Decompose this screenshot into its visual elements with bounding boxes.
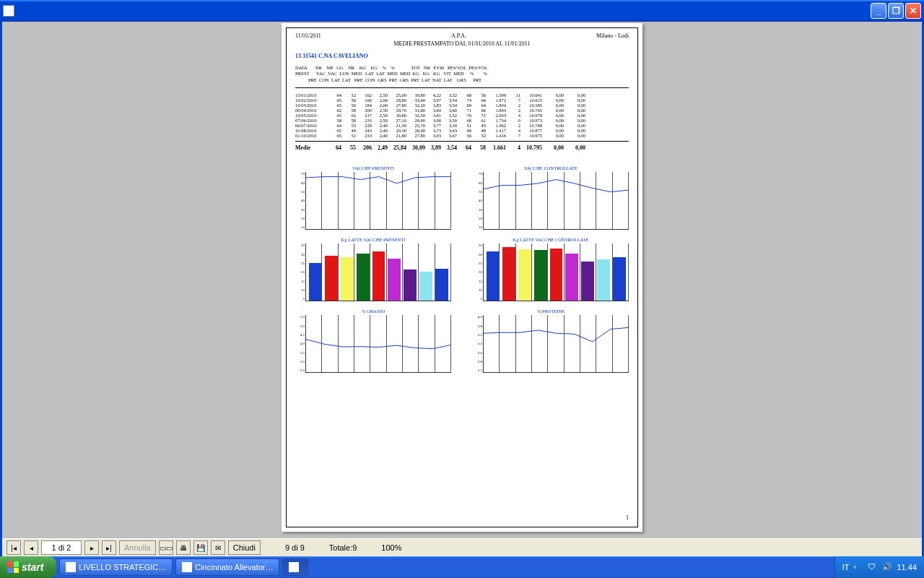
- taskbar: start LIVELLO STRATEGIC… Cincinnato Alle…: [0, 556, 924, 578]
- next-page-button[interactable]: ▸: [84, 540, 99, 555]
- taskbar-item-label: LIVELLO STRATEGIC…: [79, 563, 166, 571]
- chart-plot: 3530252015105: [483, 243, 629, 301]
- first-page-button[interactable]: |◂: [6, 540, 21, 555]
- charts-grid: VACCHE PRESENTI70605040302010VACCHE CONT…: [295, 165, 629, 373]
- chart: VACCHE PRESENTI70605040302010: [295, 165, 451, 230]
- tray-chevron-icon[interactable]: ‹: [853, 562, 863, 572]
- chart-plot: 5.55.04.54.03.53.02.5: [305, 315, 451, 373]
- minimize-button[interactable]: _: [871, 3, 886, 19]
- chart: % PROTEINE4.03.83.53.33.02.82.5: [473, 309, 629, 373]
- report-column-headers: DATA NR NR GG NR KG KG % % TOT NR EVM PE…: [295, 65, 629, 88]
- titlebar: _ ❐ ✕: [0, 0, 924, 22]
- start-label: start: [22, 561, 43, 573]
- annulla-button[interactable]: Annulla: [119, 540, 156, 555]
- chart-plot: 70605040302010: [483, 172, 629, 230]
- chart: Kg LATTE VACCHE PRESENTI3530252015105: [295, 237, 451, 301]
- doc-icon: [66, 562, 76, 572]
- taskbar-item-3[interactable]: [282, 558, 308, 576]
- save-button[interactable]: 💾: [193, 540, 208, 555]
- chart-plot: 4.03.83.53.33.02.82.5: [483, 315, 629, 373]
- report-page: 11/01/2011 A.P.A. Milano - Lodi MEDIE PR…: [282, 23, 642, 532]
- report-rows: 15/01/201064521622,5025,0030,804,223,526…: [295, 92, 629, 138]
- report-title: MEDIE PRESTAMPATO DAL 01/01/2010 AL 11/0…: [295, 40, 629, 47]
- app-icon: [3, 5, 14, 17]
- tray-shield-icon[interactable]: 🛡: [868, 562, 878, 572]
- taskbar-item-label: Cincinnato Allevator…: [195, 563, 273, 571]
- print-button[interactable]: 🖶: [176, 540, 191, 555]
- two-page-view-button[interactable]: ▭▭: [159, 540, 173, 555]
- chart-title: Kg LATTE VACCHE CONTROLLATE: [473, 237, 629, 242]
- maximize-button[interactable]: ❐: [888, 3, 904, 19]
- chart-title: % PROTEINE: [473, 309, 629, 314]
- report-city: Milano - Lodi: [596, 33, 629, 39]
- tray-lang[interactable]: IT: [842, 563, 850, 571]
- prev-page-button[interactable]: ◂: [24, 540, 38, 555]
- close-button[interactable]: ✕: [905, 3, 921, 19]
- taskbar-item-2[interactable]: Cincinnato Allevator…: [175, 558, 279, 576]
- system-tray[interactable]: IT ‹ 🛡 🔊 11.44: [834, 556, 924, 578]
- preview-toolbar: |◂ ◂ ▸ ▸| Annulla ▭▭ 🖶 💾 ✉ Chiudi 9 di 9…: [2, 538, 922, 556]
- last-page-button[interactable]: ▸|: [102, 540, 116, 555]
- chart: % GRASSO5.55.04.54.03.53.02.5: [295, 309, 451, 373]
- windows-logo-icon: [7, 561, 19, 573]
- chart-plot: 3530252015105: [305, 243, 451, 301]
- status-rec: 9 di 9: [285, 543, 305, 552]
- chart-title: VACCHE PRESENTI: [295, 165, 451, 171]
- chart: Kg LATTE VACCHE CONTROLLATE3530252015105: [473, 237, 629, 301]
- chart-title: VACCHE CONTROLLATE: [473, 165, 629, 171]
- status-total: Totale:9: [329, 543, 357, 552]
- tray-volume-icon[interactable]: 🔊: [882, 562, 892, 572]
- app-icon: [182, 562, 192, 572]
- status-zoom: 100%: [381, 543, 401, 552]
- chart-title: Kg LATTE VACCHE PRESENTI: [295, 237, 451, 242]
- start-button[interactable]: start: [0, 556, 56, 578]
- app-icon: [289, 562, 299, 572]
- report-date-printed: 11/01/2011: [295, 33, 321, 39]
- report-org: A.P.A.: [451, 33, 466, 39]
- chart-title: % GRASSO: [295, 309, 451, 314]
- taskbar-item-1[interactable]: LIVELLO STRATEGIC…: [59, 558, 173, 576]
- page-indicator-input[interactable]: [41, 540, 82, 555]
- workspace: 11/01/2011 A.P.A. Milano - Lodi MEDIE PR…: [2, 22, 922, 538]
- chart: VACCHE CONTROLLATE70605040302010: [473, 165, 629, 230]
- export-button[interactable]: ✉: [211, 540, 225, 555]
- page-number: 1: [626, 514, 629, 521]
- tray-clock[interactable]: 11.44: [897, 563, 917, 571]
- chart-plot: 70605040302010: [305, 172, 451, 230]
- report-farm: 13 31541 C.NA CAVELIANO: [295, 53, 629, 59]
- chiudi-button[interactable]: Chiudi: [228, 540, 261, 555]
